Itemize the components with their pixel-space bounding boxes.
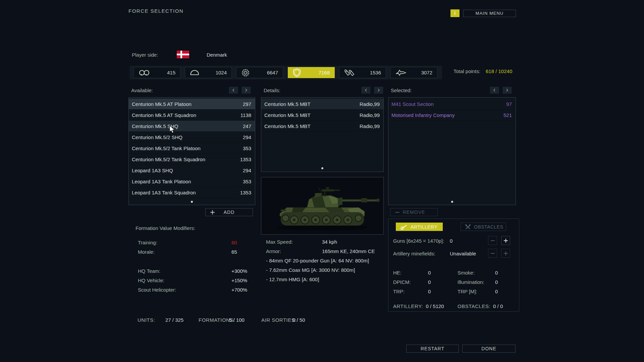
selected-list: M41 Scout Section97 Motorised Infantry C… [388, 97, 516, 205]
selected-page-dot [451, 201, 453, 203]
support-panel: ARTILLERY OBSTACLES Guns [6x245 = 1470p]… [388, 219, 519, 312]
force-selection-screen: FORCE SELECTION i MAIN MENU Player side:… [0, 0, 644, 362]
hq-team-value: +300% [231, 268, 247, 274]
selected-next-button[interactable] [503, 87, 512, 94]
training-value: 60 [231, 240, 237, 245]
chevron-left-icon [232, 88, 235, 92]
illumination-label: Illumination: [458, 279, 484, 285]
tab-artillery[interactable]: ARTILLERY [396, 223, 443, 231]
selected-prev-button[interactable] [490, 87, 499, 94]
trp-m-label: TRP [M]: [458, 289, 477, 294]
dpicm-value: 0 [428, 279, 431, 285]
list-item[interactable]: Centurion Mk.5 MBTRadio,99 [261, 121, 383, 132]
category-points: 3072 [421, 70, 432, 75]
scout-helicopter-value: +700% [231, 287, 247, 293]
add-button[interactable]: ADD [205, 208, 253, 216]
category-points: 415 [167, 70, 175, 75]
chevron-right-icon [377, 88, 380, 92]
air-sorties-value: 0 / 50 [292, 317, 305, 323]
hq-vehicle-label: HQ Vehicle: [138, 278, 164, 283]
total-points-value: 618 / 10240 [486, 68, 512, 74]
available-page-dot [191, 201, 193, 203]
chevron-left-icon [365, 88, 367, 92]
list-item[interactable]: Centurion Mk.5 AT Squadron1138 [129, 110, 255, 121]
list-item[interactable]: Motorised Infantry Company521 [388, 110, 516, 121]
list-item[interactable]: Centurion Mk.5/2 Tank Platoon353 [129, 143, 255, 154]
category-vehicles-button[interactable]: 6647 [236, 67, 283, 78]
helmet-icon [190, 69, 199, 76]
available-list: Centurion Mk.5 AT Platoon297 Centurion M… [128, 97, 255, 205]
category-armor-button[interactable]: 7168 [288, 67, 335, 78]
armor-label: Armor: [266, 248, 281, 254]
max-speed-label: Max Speed: [266, 239, 293, 245]
category-points: 6647 [267, 70, 278, 75]
jet-icon [395, 69, 407, 77]
selected-header: Selected: [391, 87, 412, 93]
weapon-line: - 12.7mm HMG [A: 600] [266, 275, 387, 284]
list-item[interactable]: Centurion Mk.5 MBTRadio,99 [261, 99, 383, 110]
minefields-increment-button[interactable] [501, 249, 510, 258]
list-item[interactable]: M41 Scout Section97 [388, 99, 516, 110]
units-label: UNITS: [138, 317, 155, 323]
category-recon-button[interactable]: 415 [133, 67, 180, 78]
obstacles-total: OBSTACLES:0 / 0 [458, 303, 503, 309]
guns-decrement-button[interactable] [488, 236, 497, 245]
available-header: Available: [131, 87, 153, 93]
category-points: 1024 [216, 70, 227, 75]
player-country: Denmark [207, 52, 227, 58]
list-item[interactable]: Centurion Mk.5 MBTRadio,99 [261, 110, 383, 121]
minefields-decrement-button[interactable] [488, 249, 497, 258]
list-item[interactable]: Centurion Mk.5/2 SHQ294 [129, 132, 255, 143]
max-speed-value: 34 kph [322, 237, 337, 247]
minefields-value: Unavailable [450, 251, 476, 256]
category-air-button[interactable]: 3072 [390, 67, 437, 78]
category-support-button[interactable]: 1536 [339, 67, 386, 78]
restart-button[interactable]: RESTART [406, 345, 459, 353]
smoke-value: 0 [495, 270, 498, 276]
shield-icon [293, 68, 301, 77]
details-list: Centurion Mk.5 MBTRadio,99 Centurion Mk.… [261, 97, 384, 172]
minus-icon [491, 239, 495, 243]
category-points: 7168 [319, 70, 330, 75]
available-next-button[interactable] [242, 87, 251, 94]
category-infantry-button[interactable]: 1024 [185, 67, 232, 78]
smoke-label: Smoke: [458, 270, 475, 276]
he-value: 0 [428, 270, 431, 276]
list-item[interactable]: Centurion Mk.5 SHQ247 [129, 121, 255, 132]
morale-label: Morale: [138, 249, 155, 255]
air-sorties-label: AIR SORTIES: [261, 317, 297, 323]
trp-m-value: 0 [495, 289, 498, 294]
list-item[interactable]: Centurion Mk.5/2 Tank Squadron1353 [129, 154, 255, 165]
binoculars-icon [139, 69, 150, 76]
available-prev-button[interactable] [229, 87, 238, 94]
category-points: 1536 [370, 70, 381, 75]
info-button[interactable]: i [450, 9, 460, 17]
guns-increment-button[interactable] [501, 236, 510, 245]
artillery-total: ARTILLERY:0 / 5120 [393, 303, 444, 309]
list-item[interactable]: Centurion Mk.5 AT Platoon297 [129, 99, 255, 110]
unit-image [261, 177, 384, 235]
crossed-tools-icon [465, 224, 471, 230]
remove-button[interactable]: REMOVE [390, 208, 438, 216]
list-item[interactable]: Leopard 1A3 Tank Squadron1353 [129, 187, 255, 198]
weapon-line: - 7.62mm Coax MG [A: 3000 NV: 800m] [266, 265, 387, 275]
details-next-button[interactable] [374, 87, 383, 94]
formations-value: 5 / 100 [229, 317, 245, 323]
tank-illustration [261, 177, 383, 234]
details-page-dot [321, 167, 323, 169]
formation-modifiers: Formation Value Modifiers: Training:60 M… [136, 225, 246, 231]
tab-obstacles[interactable]: OBSTACLES [461, 223, 506, 231]
list-item[interactable]: Leopard 1A3 Tank Platoon353 [129, 176, 255, 187]
plus-icon [504, 239, 508, 243]
modifiers-title: Formation Value Modifiers: [136, 225, 246, 231]
trp-value: 0 [428, 289, 431, 294]
chevron-left-icon [493, 88, 496, 92]
minus-icon [491, 251, 495, 255]
details-header: Details: [264, 87, 280, 93]
done-button[interactable]: DONE [462, 345, 516, 353]
artillery-gun-icon [400, 224, 408, 230]
list-item[interactable]: Leopard 1A3 SHQ294 [129, 165, 255, 176]
details-prev-button[interactable] [362, 87, 370, 94]
main-menu-button[interactable]: MAIN MENU [463, 10, 516, 17]
denmark-flag-icon [177, 51, 189, 58]
